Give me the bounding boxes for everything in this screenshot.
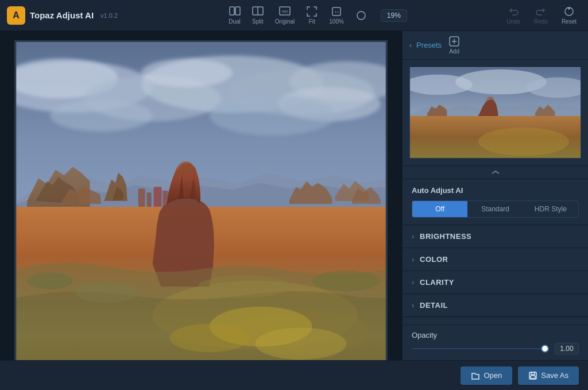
svg-point-28 [27,272,72,289]
chevron-right-icon: › [412,279,414,287]
adjustment-item-detail[interactable]: › DETAIL [403,294,588,317]
svg-rect-26 [154,187,162,207]
fit-view-button[interactable]: Fit [301,3,322,27]
adjustment-item-brightness[interactable]: › BRIGHTNESS [403,225,588,248]
svg-rect-24 [138,188,145,207]
circle-tool-button[interactable] [351,7,372,24]
preset-header: ‹ Presets Add [403,31,588,60]
adjustment-item-color[interactable]: › COLOR [403,248,588,271]
opacity-row: 1.00 [412,343,579,354]
logo-area: A Topaz Adjust AI v1.0.2 [7,6,118,25]
svg-rect-25 [147,192,152,207]
svg-point-31 [312,271,381,291]
toolbar-center: Dual Split IMG Original Fit [129,3,502,27]
adjustments-list: › BRIGHTNESS › COLOR › CLARITY › DETAIL … [403,225,588,325]
preset-tabs: ‹ Presets [409,41,442,49]
auto-adjust-toggle-group: Off Standard HDR Style [412,200,579,218]
opacity-label: Opacity [412,331,579,339]
add-preset-button[interactable]: Add [448,36,460,55]
adjustment-label-brightness: BRIGHTNESS [420,232,471,241]
redo-button[interactable]: Redo [529,3,552,27]
chevron-right-icon: › [412,302,414,310]
svg-point-20 [50,99,153,132]
chevron-right-icon: › [412,256,414,264]
adjustment-item-clarity[interactable]: › CLARITY [403,271,588,294]
image-container [14,40,388,351]
svg-point-9 [357,11,365,20]
svg-rect-46 [531,372,535,374]
svg-point-34 [255,328,346,360]
dual-view-button[interactable]: Dual [224,3,245,27]
opacity-value: 1.00 [555,343,579,354]
auto-adjust-off-button[interactable]: Off [412,201,467,217]
presets-back-chevron[interactable]: ‹ [409,41,412,49]
auto-adjust-standard-button[interactable]: Standard [467,201,523,217]
thumbnail-area [403,60,588,166]
thumbnail-image [410,67,581,159]
svg-point-19 [210,95,335,136]
svg-point-44 [478,128,569,156]
split-view-button[interactable]: Split [247,3,268,27]
svg-text:1:1: 1:1 [335,10,339,14]
undo-button[interactable]: Undo [502,3,525,27]
presets-tab[interactable]: Presets [416,41,442,49]
svg-rect-47 [531,376,535,379]
auto-adjust-hdr-button[interactable]: HDR Style [523,201,578,217]
opacity-section: Opacity 1.00 [403,325,588,360]
app-logo-icon: A [7,6,25,25]
app-title: Topaz Adjust AI [30,10,94,20]
opacity-slider[interactable] [412,348,549,349]
save-as-button[interactable]: Save As [518,366,579,385]
reset-button[interactable]: Reset [557,3,581,27]
adjustment-label-color: COLOR [420,255,448,264]
footer: Open Save As [0,360,588,390]
auto-adjust-title: Auto Adjust AI [412,186,579,195]
toolbar-right: Undo Redo Reset [502,3,581,27]
panel-collapse-button[interactable] [403,166,588,179]
app-header: A Topaz Adjust AI v1.0.2 Dual Split [0,0,588,31]
app-version: v1.0.2 [100,12,118,19]
auto-adjust-section: Auto Adjust AI Off Standard HDR Style [403,179,588,225]
main-content: ‹ Presets Add [0,31,588,360]
zoom-100-button[interactable]: 1:1 100% [324,3,349,27]
adjustment-label-clarity: CLARITY [420,278,454,287]
opacity-thumb[interactable] [541,345,549,353]
chevron-right-icon: › [412,233,414,241]
main-canvas-image [14,40,388,360]
open-button[interactable]: Open [461,366,512,385]
adjustment-label-detail: DETAIL [420,301,448,310]
svg-rect-0 [230,7,234,15]
adjustment-item-split-tone[interactable]: › SPLIT TONE [403,317,588,325]
svg-text:IMG: IMG [282,10,289,13]
svg-point-18 [141,59,233,87]
svg-point-30 [198,275,289,298]
original-view-button[interactable]: IMG Original [270,3,299,27]
sidebar: ‹ Presets Add [402,31,588,360]
zoom-level-badge: 19% [381,9,407,22]
svg-rect-1 [235,7,240,15]
canvas-area [0,31,402,360]
svg-point-29 [76,282,138,303]
svg-point-33 [169,324,249,353]
preview-thumbnail [409,67,581,159]
